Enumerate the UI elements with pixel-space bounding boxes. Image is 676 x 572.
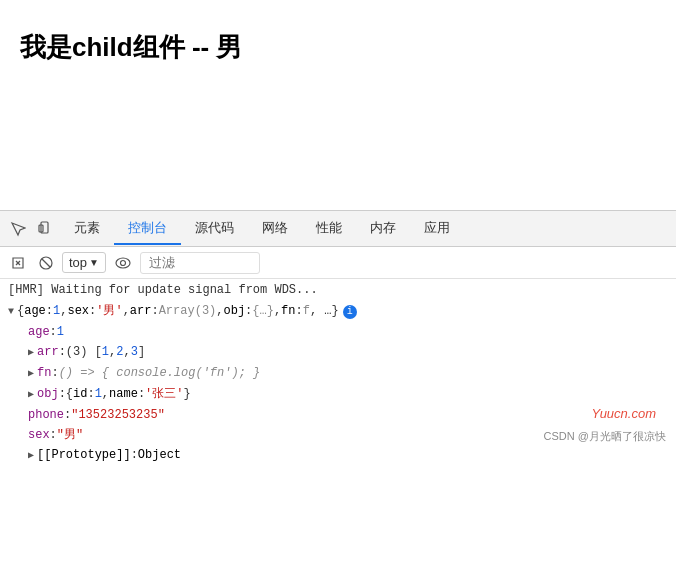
devtools-panel: 元素 控制台 源代码 网络 性能 内存 应用 top ▼: [0, 210, 676, 572]
svg-point-8: [120, 260, 125, 265]
page-content: 我是child组件 -- 男: [0, 0, 676, 210]
clear-console-button[interactable]: [6, 251, 30, 275]
fn-expand-arrow[interactable]: ▶: [28, 365, 34, 383]
chevron-down-icon: ▼: [89, 257, 99, 268]
arr-expand-arrow[interactable]: ▶: [28, 344, 34, 362]
tab-network[interactable]: 网络: [248, 213, 302, 245]
tab-elements[interactable]: 元素: [60, 213, 114, 245]
tab-sources[interactable]: 源代码: [181, 213, 248, 245]
tab-performance[interactable]: 性能: [302, 213, 356, 245]
arr-property[interactable]: ▶ arr : (3) [ 1 , 2 , 3 ]: [0, 342, 676, 363]
context-selector[interactable]: top ▼: [62, 252, 106, 273]
devtools-toolbar: top ▼: [0, 247, 676, 279]
phone-property: phone : "13523253235": [0, 405, 676, 425]
expand-arrow[interactable]: ▼: [8, 303, 14, 321]
stop-button[interactable]: [34, 251, 58, 275]
svg-point-7: [116, 258, 130, 268]
inspect-element-button[interactable]: [4, 215, 32, 243]
svg-rect-0: [41, 222, 48, 233]
filter-input[interactable]: [140, 252, 260, 274]
prototype-property[interactable]: ▶ [[Prototype]] : Object Yuucn.com CSDN …: [0, 445, 676, 466]
object-summary-line[interactable]: ▼ { age : 1 , sex : '男' , arr : Array(3)…: [0, 301, 676, 322]
hmr-log-line: [HMR] Waiting for update signal from WDS…: [0, 279, 676, 301]
page-title: 我是child组件 -- 男: [20, 30, 242, 65]
fn-property[interactable]: ▶ fn : () => { console.log('fn'); }: [0, 363, 676, 384]
tab-application[interactable]: 应用: [410, 213, 464, 245]
tab-memory[interactable]: 内存: [356, 213, 410, 245]
csdn-watermark: CSDN @月光晒了很凉快: [544, 427, 666, 456]
eye-button[interactable]: [110, 251, 136, 275]
proto-expand-arrow[interactable]: ▶: [28, 447, 34, 465]
tab-console[interactable]: 控制台: [114, 213, 181, 245]
console-output: [HMR] Waiting for update signal from WDS…: [0, 279, 676, 572]
info-icon: i: [343, 305, 357, 319]
obj-expand-arrow[interactable]: ▶: [28, 386, 34, 404]
devtools-tab-bar: 元素 控制台 源代码 网络 性能 内存 应用: [0, 211, 676, 247]
device-toolbar-button[interactable]: [32, 215, 60, 243]
svg-line-6: [42, 259, 50, 267]
age-property: age : 1: [0, 322, 676, 342]
obj-property[interactable]: ▶ obj : { id : 1 , name : '张三' }: [0, 384, 676, 405]
